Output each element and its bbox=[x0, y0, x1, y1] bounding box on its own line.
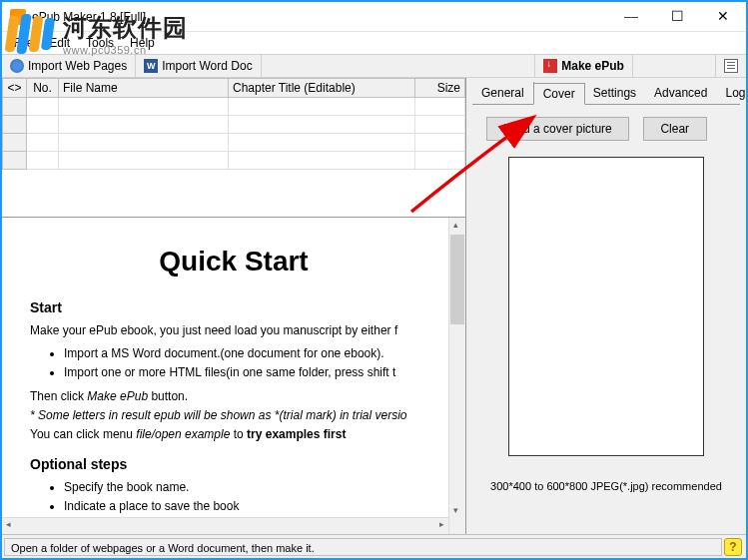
menu-tools[interactable]: Tools bbox=[78, 34, 122, 52]
app-icon bbox=[10, 9, 26, 25]
make-epub-button[interactable]: Make ePub bbox=[535, 55, 633, 77]
menu-help[interactable]: Help bbox=[122, 34, 163, 52]
preview-p2: Then click Make ePub button. bbox=[30, 387, 437, 406]
tab-log[interactable]: Log bbox=[716, 82, 748, 104]
word-icon: W bbox=[144, 59, 158, 73]
title-bar: ePub Maker 1.8 [Full] — ☐ ✕ bbox=[2, 2, 746, 32]
status-text: Open a folder of webpages or a Word docu… bbox=[4, 538, 722, 556]
epub-icon bbox=[543, 59, 557, 73]
maximize-button[interactable]: ☐ bbox=[654, 2, 700, 32]
col-gutter[interactable]: <> bbox=[3, 79, 27, 98]
table-row[interactable] bbox=[3, 98, 465, 116]
tab-advanced[interactable]: Advanced bbox=[645, 82, 717, 104]
import-web-label: Import Web Pages bbox=[28, 59, 127, 73]
help-icon[interactable]: ? bbox=[724, 538, 742, 556]
toolbar: Import Web Pages W Import Word Doc Make … bbox=[2, 54, 746, 78]
preview-h-optional: Optional steps bbox=[30, 456, 437, 472]
preview-title: Quick Start bbox=[30, 246, 437, 278]
import-word-label: Import Word Doc bbox=[162, 59, 252, 73]
tab-settings[interactable]: Settings bbox=[584, 82, 646, 104]
col-no[interactable]: No. bbox=[27, 79, 59, 98]
table-row[interactable] bbox=[3, 134, 465, 152]
tab-cover[interactable]: Cover bbox=[533, 83, 585, 105]
make-epub-label: Make ePub bbox=[561, 59, 624, 73]
import-web-pages-button[interactable]: Import Web Pages bbox=[2, 55, 136, 77]
preview-p3: * Some letters in result epub will be sh… bbox=[30, 406, 437, 425]
preview-li: Import one or more HTML files(in one sam… bbox=[64, 363, 437, 382]
tab-general[interactable]: General bbox=[472, 82, 534, 104]
menu-file[interactable]: File bbox=[6, 34, 41, 52]
right-tabs: General Cover Settings Advanced Log bbox=[472, 82, 740, 105]
preview-li: Indicate a place to save the book bbox=[64, 497, 437, 516]
preview-h-start: Start bbox=[30, 299, 437, 315]
vertical-scrollbar[interactable] bbox=[448, 218, 465, 534]
menu-edit[interactable]: Edit bbox=[41, 34, 78, 52]
list-icon bbox=[724, 59, 738, 73]
preview-panel: Quick Start Start Make your ePub ebook, … bbox=[2, 218, 465, 534]
import-word-doc-button[interactable]: W Import Word Doc bbox=[136, 55, 261, 77]
col-size[interactable]: Size bbox=[415, 79, 465, 98]
status-bar: Open a folder of webpages or a Word docu… bbox=[2, 534, 746, 558]
cover-preview-box bbox=[508, 157, 704, 456]
preview-li: Specify the book name. bbox=[64, 478, 437, 497]
table-row[interactable] bbox=[3, 116, 465, 134]
table-row[interactable] bbox=[3, 152, 465, 170]
cover-panel: Load a cover picture Clear 300*400 to 60… bbox=[472, 105, 740, 504]
preview-li: Import a MS Word document.(one document … bbox=[64, 344, 437, 363]
clear-cover-button[interactable]: Clear bbox=[643, 117, 707, 141]
col-chapter[interactable]: Chapter Title (Editable) bbox=[229, 79, 415, 98]
col-filename[interactable]: File Name bbox=[59, 79, 229, 98]
preview-p1: Make your ePub ebook, you just need load… bbox=[30, 321, 437, 340]
cover-hint: 300*400 to 600*800 JPEG(*.jpg) recommend… bbox=[480, 480, 732, 492]
horizontal-scrollbar[interactable] bbox=[2, 517, 448, 534]
load-cover-button[interactable]: Load a cover picture bbox=[486, 117, 629, 141]
window-title: ePub Maker 1.8 [Full] bbox=[32, 10, 608, 24]
minimize-button[interactable]: — bbox=[608, 2, 654, 32]
menu-bar: File Edit Tools Help bbox=[2, 32, 746, 54]
close-button[interactable]: ✕ bbox=[700, 2, 746, 32]
file-table: <> No. File Name Chapter Title (Editable… bbox=[2, 78, 465, 218]
list-view-button[interactable] bbox=[716, 55, 746, 77]
globe-icon bbox=[10, 59, 24, 73]
preview-p4: You can click menu file/open example to … bbox=[30, 425, 437, 444]
